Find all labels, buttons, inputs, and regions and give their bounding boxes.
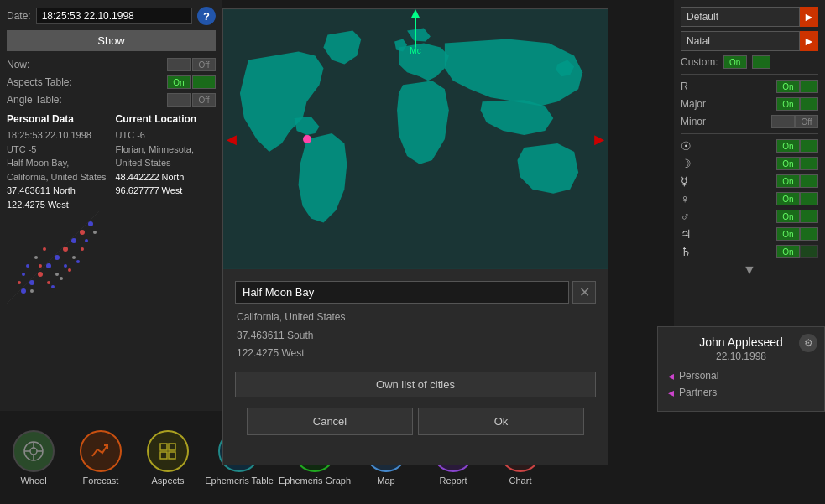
moon-indicator[interactable] (800, 157, 818, 170)
aspects-on-indicator[interactable] (192, 75, 216, 89)
scroll-down-indicator: ▼ (681, 262, 818, 278)
minor-state[interactable]: Off (795, 115, 818, 128)
partners-row[interactable]: ◂ Partners (668, 386, 814, 399)
svg-point-2 (29, 280, 34, 285)
svg-point-14 (39, 264, 42, 268)
natal-arrow[interactable]: ► (800, 31, 818, 51)
forecast-icon (80, 430, 122, 472)
map-arrow-left[interactable]: ◄ (223, 130, 240, 149)
svg-point-6 (63, 247, 68, 252)
jupiter-row: ♃ On (681, 227, 818, 241)
custom-state[interactable]: On (723, 55, 747, 69)
gear-button[interactable]: ⚙ (799, 334, 817, 352)
default-button[interactable]: Default (681, 7, 800, 27)
r-indicator[interactable] (800, 80, 818, 93)
sun-state[interactable]: On (776, 139, 800, 153)
svg-point-26 (18, 281, 21, 284)
moon-row: ☽ On (681, 157, 818, 170)
mars-state[interactable]: On (776, 210, 800, 223)
r-state[interactable]: On (776, 80, 800, 93)
svg-marker-30 (411, 9, 420, 18)
r-label: R (681, 81, 776, 92)
saturn-state[interactable]: On (776, 245, 800, 258)
venus-row: ♀ On (681, 192, 818, 205)
angle-table-toggle[interactable]: Off (167, 93, 216, 107)
now-row: Now: Off (7, 58, 216, 71)
own-list-button[interactable]: Own list of cities (235, 372, 596, 397)
result-city: California, United States (237, 309, 594, 327)
partners-label: Partners (679, 387, 717, 398)
ok-button[interactable]: Ok (418, 408, 584, 435)
svg-point-15 (22, 273, 25, 276)
map-search-area: ✕ California, United States 37.463611 So… (223, 269, 608, 445)
personal-lon: 122.4275 West (7, 198, 107, 212)
aspects-table-toggle[interactable]: On (167, 75, 216, 89)
svg-point-7 (71, 238, 76, 243)
jupiter-symbol: ♃ (681, 227, 776, 241)
now-toggle[interactable]: Off (167, 58, 216, 71)
moon-state[interactable]: On (776, 157, 800, 170)
venus-indicator[interactable] (800, 192, 818, 205)
map-arrow-right[interactable]: ► (591, 130, 608, 149)
location-info: California, United States 37.463611 Sout… (235, 309, 596, 363)
nav-aspects[interactable]: Aspects (134, 412, 201, 504)
personal-utc: UTC -5 (7, 143, 107, 157)
show-button[interactable]: Show (7, 30, 216, 51)
now-state[interactable]: Off (192, 58, 216, 71)
mc-label: Mc (403, 46, 428, 55)
venus-symbol: ♀ (681, 192, 776, 205)
personal-lat: 37.463611 North (7, 184, 107, 198)
major-indicator[interactable] (800, 97, 818, 111)
default-arrow[interactable]: ► (800, 7, 818, 27)
personal-chevron: ◂ (668, 369, 674, 382)
custom-label: Custom: (681, 56, 718, 68)
personal-col: Personal Data 18:25:53 22.10.1998 UTC -5… (7, 113, 107, 211)
profile-card: ⚙ John Appleseed 22.10.1998 ◂ Personal ◂… (657, 326, 825, 412)
angle-off-label[interactable]: Off (192, 93, 216, 107)
clear-search-button[interactable]: ✕ (572, 281, 596, 304)
divider-2 (681, 133, 818, 134)
major-label: Major (681, 98, 776, 110)
svg-rect-39 (160, 452, 167, 459)
jupiter-state[interactable]: On (776, 227, 800, 241)
map-modal: ◄ ► Mc ✕ California, United States 37.46… (222, 8, 608, 465)
city-search-input[interactable] (235, 281, 569, 304)
custom-indicator[interactable] (752, 55, 770, 69)
angle-table-state[interactable] (167, 93, 191, 107)
mars-indicator[interactable] (800, 210, 818, 223)
aspects-table-row: Aspects Table: On (7, 75, 216, 89)
cancel-button[interactable]: Cancel (247, 408, 413, 435)
mars-symbol: ♂ (681, 210, 776, 223)
sun-indicator[interactable] (800, 139, 818, 153)
personal-location: Half Moon Bay, California, United States (7, 156, 107, 184)
mercury-state[interactable]: On (776, 174, 800, 188)
mc-indicator: Mc (403, 9, 428, 55)
natal-row: Natal ► (681, 31, 818, 51)
jupiter-indicator[interactable] (800, 227, 818, 241)
nav-wheel[interactable]: Wheel (0, 412, 67, 504)
natal-button[interactable]: Natal (681, 31, 800, 51)
personal-row[interactable]: ◂ Personal (668, 369, 814, 382)
moon-symbol: ☽ (681, 157, 776, 170)
date-input[interactable] (36, 8, 192, 24)
current-loc-col: Current Location UTC -6 Florian, Minneso… (116, 113, 217, 211)
minor-toggle[interactable] (771, 115, 795, 128)
major-state[interactable]: On (776, 97, 800, 111)
svg-point-11 (47, 281, 50, 284)
mercury-indicator[interactable] (800, 174, 818, 188)
aspects-table-state[interactable]: On (167, 75, 191, 89)
current-lon: 96.627777 West (116, 184, 217, 198)
svg-point-12 (55, 273, 59, 276)
svg-point-10 (30, 289, 34, 293)
map-area[interactable]: ◄ ► Mc (223, 9, 608, 269)
saturn-indicator[interactable] (800, 245, 818, 258)
personal-data-title: Personal Data (7, 113, 107, 125)
forecast-label: Forecast (83, 475, 119, 486)
venus-state[interactable]: On (776, 192, 800, 205)
mercury-symbol: ☿ (681, 174, 776, 188)
default-row: Default ► (681, 7, 818, 27)
now-off[interactable] (167, 58, 191, 71)
help-button[interactable]: ? (197, 7, 216, 25)
angle-table-label: Angle Table: (7, 94, 164, 106)
nav-forecast[interactable]: Forecast (67, 412, 134, 504)
